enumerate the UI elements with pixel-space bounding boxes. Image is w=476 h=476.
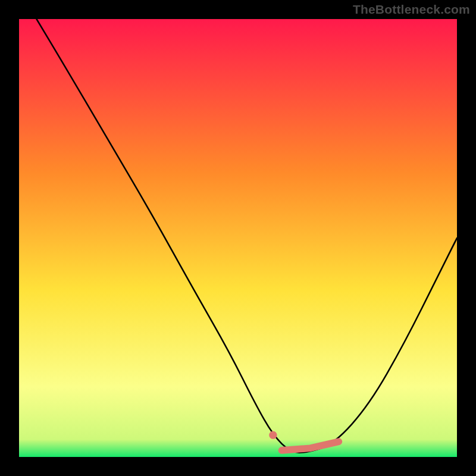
bottleneck-curve [36, 19, 457, 453]
bottleneck-curve-svg [19, 19, 457, 457]
plot-area [19, 19, 457, 457]
optimal-point-marker [269, 431, 277, 439]
optimal-range-marker [282, 441, 339, 450]
watermark-text: TheBottleneck.com [353, 2, 470, 17]
chart-stage: TheBottleneck.com [0, 0, 476, 476]
